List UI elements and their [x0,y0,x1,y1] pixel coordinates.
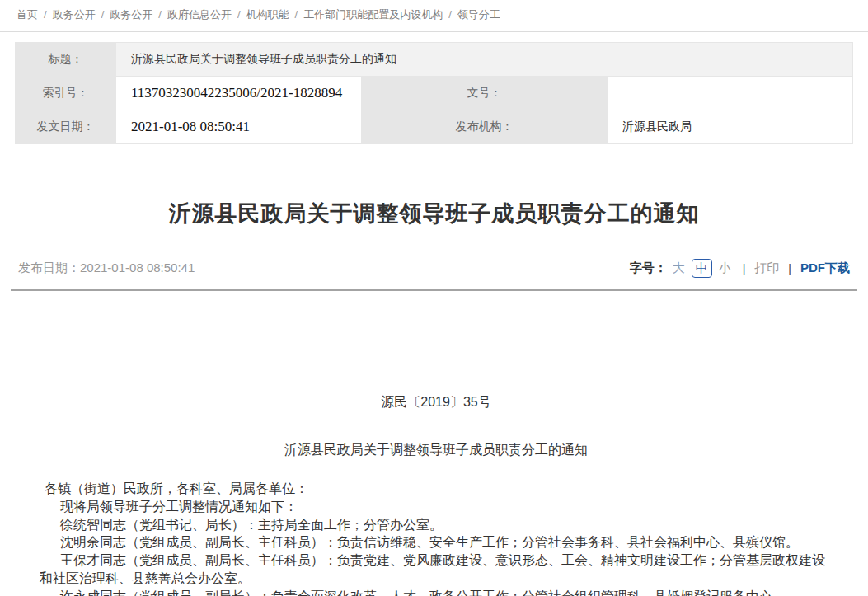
paragraph-salutation: 各镇（街道）民政所，各科室、局属各单位： [40,480,833,498]
breadcrumb-separator: / [158,8,162,21]
article-meta-row: 发布日期：2021-01-08 08:50:41 字号： 大 中 小 | 打印 … [18,259,850,278]
issue-date-value: 2021-01-08 08:50:41 [116,110,362,144]
doc-number-label: 文号： [362,77,608,110]
breadcrumb-separator: / [44,8,47,21]
paragraph-shen-mingyu: 沈明余同志（党组成员、副局长、主任科员）：负责信访维稳、安全生产工作；分管社会事… [40,533,833,551]
breadcrumb-current-page: 领导分工 [457,8,500,21]
breadcrumb-separator: / [237,8,241,21]
breadcrumb-agency-functions[interactable]: 机构职能 [246,8,289,21]
breadcrumb-separator: / [448,8,452,21]
font-size-small-button[interactable]: 小 [716,260,734,276]
breadcrumb-department-config[interactable]: 工作部门职能配置及内设机构 [303,8,443,21]
paragraph-intro: 现将局领导班子分工调整情况通知如下： [40,498,833,516]
issue-date-label: 发文日期： [16,110,116,144]
title-value: 沂源县民政局关于调整领导班子成员职责分工的通知 [116,43,853,77]
table-row-date: 发文日期： 2021-01-08 08:50:41 发布机构： 沂源县民政局 [16,110,853,144]
paragraph-wang-baocai: 王保才同志（党组成员、副局长、主任科员）：负责党建、党风廉政建设、意识形态、工会… [40,551,833,588]
font-size-label: 字号： [630,260,667,276]
paragraph-xu-yongcheng: 许永成同志（党组成员、副局长）：负责全面深化改革、人才、政务公开工作；分管社会组… [40,588,833,596]
title-label: 标题： [16,43,116,77]
print-button[interactable]: 打印 [754,260,779,276]
document-reference-number: 源民〔2019〕35号 [40,394,833,411]
breadcrumb-separator: / [295,8,298,21]
article-toolbar: 字号： 大 中 小 | 打印 | PDF下载 [630,259,850,278]
breadcrumb-zhengwu-gongkai-1[interactable]: 政务公开 [53,8,96,21]
breadcrumb-zhengwu-gongkai-2[interactable]: 政务公开 [110,8,152,21]
page-title: 沂源县民政局关于调整领导班子成员职责分工的通知 [0,199,868,228]
publish-date: 发布日期：2021-01-08 08:50:41 [18,260,195,276]
doc-number-value [608,77,853,110]
toolbar-divider: | [788,262,791,275]
pdf-download-button[interactable]: PDF下载 [800,260,850,276]
document-info-table: 标题： 沂源县民政局关于调整领导班子成员职责分工的通知 索引号： 1137032… [15,42,853,144]
font-size-large-button[interactable]: 大 [670,260,687,276]
publisher-value: 沂源县民政局 [608,110,853,144]
breadcrumb-separator: / [101,8,105,21]
document-content: 源民〔2019〕35号 沂源县民政局关于调整领导班子成员职责分工的通知 各镇（街… [0,394,868,596]
toolbar-divider: | [743,262,746,275]
table-row-index: 索引号： 113703230042235006/2021-1828894 文号： [16,77,853,110]
document-paragraphs: 各镇（街道）民政所，各科室、局属各单位： 现将局领导班子分工调整情况通知如下： … [40,480,833,596]
index-number-label: 索引号： [16,77,116,110]
breadcrumb: 首页/政务公开/政务公开/政府信息公开/机构职能/工作部门职能配置及内设机构/领… [0,0,868,32]
header-divider [11,289,857,291]
table-row-title: 标题： 沂源县民政局关于调整领导班子成员职责分工的通知 [16,43,853,77]
breadcrumb-home[interactable]: 首页 [16,8,38,21]
index-number-value: 113703230042235006/2021-1828894 [116,77,362,110]
breadcrumb-government-info[interactable]: 政府信息公开 [167,8,232,21]
paragraph-xu-tongzhi: 徐统智同志（党组书记、局长）：主持局全面工作；分管办公室。 [40,516,833,534]
font-size-medium-button[interactable]: 中 [692,259,712,278]
publisher-label: 发布机构： [362,110,608,144]
document-inner-title: 沂源县民政局关于调整领导班子成员职责分工的通知 [40,442,833,459]
